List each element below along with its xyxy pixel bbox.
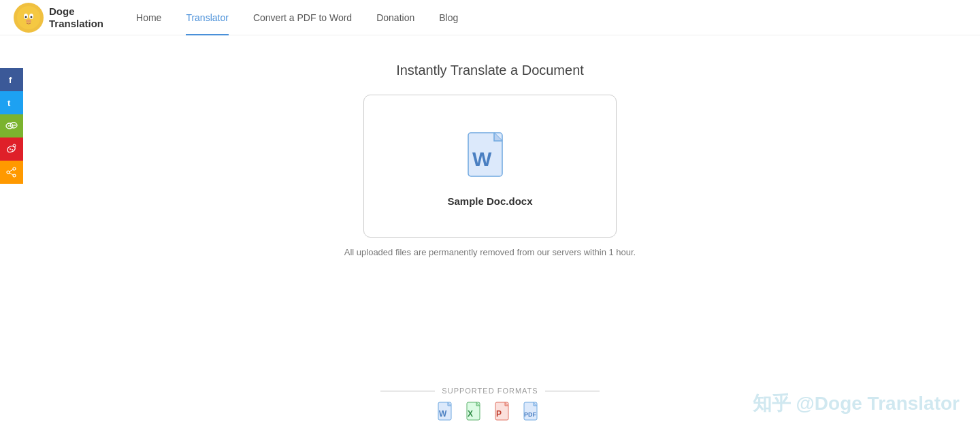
svg-text:PDF: PDF	[524, 411, 537, 418]
nav-translator[interactable]: Translator	[174, 0, 241, 35]
format-icons-row: W X P PDF	[438, 402, 542, 423]
formats-line-right	[545, 391, 600, 391]
weibo-share-button[interactable]	[0, 137, 23, 161]
svg-text:f: f	[9, 75, 12, 85]
nav-blog[interactable]: Blog	[427, 0, 470, 35]
svg-line-21	[10, 173, 13, 175]
logo-icon	[14, 3, 44, 33]
nav-donation[interactable]: Donation	[364, 0, 427, 35]
svg-point-17	[13, 167, 16, 170]
svg-point-18	[13, 174, 16, 177]
svg-point-11	[10, 125, 12, 127]
formats-header: SUPPORTED FORMATS	[380, 387, 599, 395]
twitter-share-button[interactable]: t	[0, 91, 23, 114]
page-title: Instantly Translate a Document	[396, 63, 584, 78]
svg-point-12	[12, 125, 14, 126]
svg-point-10	[8, 125, 10, 127]
pdf-format-icon: PDF	[523, 402, 542, 423]
facebook-icon: f	[6, 74, 17, 85]
social-sidebar: f t	[0, 68, 23, 184]
xlsx-format-icon: X	[466, 402, 485, 423]
svg-point-15	[10, 148, 11, 150]
svg-point-13	[14, 125, 16, 126]
supported-formats-section: SUPPORTED FORMATS W X P PD	[354, 387, 626, 423]
watermark: 知乎 @Doge Translator	[753, 391, 960, 417]
logo[interactable]: Doge Translation	[14, 3, 103, 33]
svg-point-3	[25, 16, 27, 18]
nav-home[interactable]: Home	[124, 0, 174, 35]
logo-text: Doge Translation	[49, 5, 103, 30]
svg-point-16	[12, 149, 13, 150]
doc-file-icon: W	[466, 130, 514, 186]
svg-point-19	[7, 171, 10, 174]
main-nav: Home Translator Convert a PDF to Word Do…	[124, 0, 470, 35]
svg-point-4	[31, 16, 33, 18]
wechat-share-button[interactable]	[0, 114, 23, 137]
svg-text:P: P	[496, 409, 502, 419]
share-icon	[6, 167, 17, 178]
file-name-label: Sample Doc.docx	[447, 195, 532, 207]
doge-svg	[16, 5, 41, 30]
pptx-format-icon: P	[495, 402, 514, 423]
share-button[interactable]	[0, 161, 23, 184]
weibo-icon	[5, 143, 18, 155]
nav-pdf-to-word[interactable]: Convert a PDF to Word	[241, 0, 364, 35]
main-content: Instantly Translate a Document W Sample …	[0, 35, 980, 257]
svg-point-0	[17, 6, 40, 29]
svg-text:W: W	[439, 409, 447, 419]
svg-point-5	[26, 19, 31, 22]
svg-text:t: t	[7, 98, 11, 108]
header: Doge Translation Home Translator Convert…	[0, 0, 980, 35]
wechat-icon	[5, 120, 18, 132]
facebook-share-button[interactable]: f	[0, 68, 23, 91]
twitter-icon: t	[6, 97, 17, 108]
svg-text:X: X	[468, 409, 473, 419]
svg-text:W: W	[472, 148, 492, 170]
docx-format-icon: W	[438, 402, 457, 423]
privacy-note: All uploaded files are permanently remov…	[344, 247, 636, 257]
svg-line-20	[10, 169, 13, 172]
formats-line-left	[380, 391, 435, 391]
upload-area[interactable]: W Sample Doc.docx	[363, 95, 617, 238]
formats-label: SUPPORTED FORMATS	[442, 387, 538, 395]
